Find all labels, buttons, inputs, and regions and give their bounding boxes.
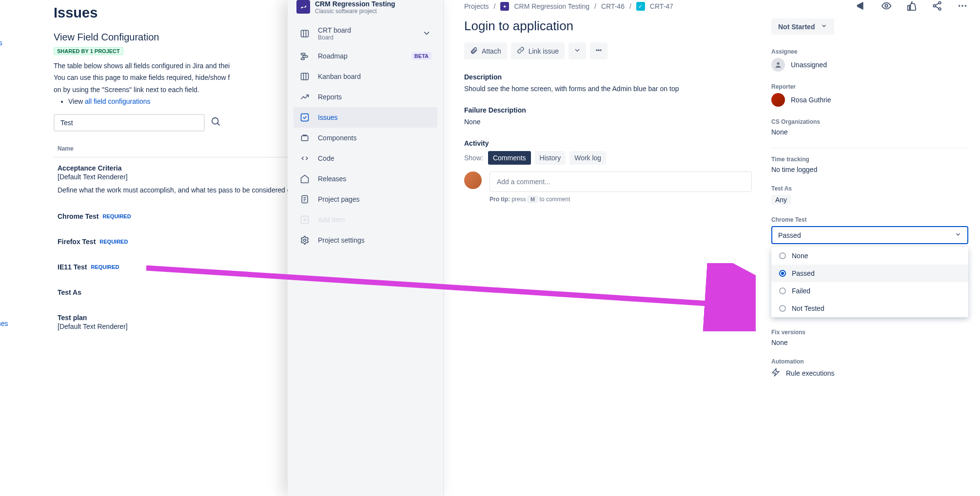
svg-line-26 [935, 6, 939, 9]
assignee-value[interactable]: Unassigned [771, 58, 968, 72]
protip: Pro tip: press M to comment [490, 196, 752, 203]
reporter-avatar [771, 93, 785, 107]
sidebar-item-project-settings[interactable]: Project settings [294, 230, 437, 250]
sidebar-item-label: Roadmap [318, 52, 348, 60]
comment-input[interactable]: Add a comment... [490, 172, 752, 192]
sidebar-item-add-item[interactable]: Add item [294, 210, 437, 230]
sidebar-item-issues[interactable]: Issues [294, 107, 437, 128]
dropdown-option-failed[interactable]: Failed [771, 282, 968, 300]
field-name: Test As [58, 288, 81, 296]
radio-icon [779, 305, 786, 312]
project-sidebar: CRM Regression Testing Classic software … [288, 0, 444, 496]
dropdown-option-not-tested[interactable]: Not Tested [771, 300, 968, 317]
project-header[interactable]: CRM Regression Testing Classic software … [294, 0, 437, 21]
chevron-down-icon [821, 22, 827, 31]
failure-label: Failure Description [464, 106, 752, 114]
link-issue-button[interactable]: Link issue [511, 42, 565, 59]
feedback-icon[interactable] [855, 0, 867, 12]
project-avatar [296, 0, 310, 14]
sidebar-item-crt-board[interactable]: CRT boardBoard [294, 21, 437, 46]
sidebar-item-code[interactable]: Code [294, 148, 437, 169]
chevron-down-icon [573, 46, 581, 56]
more-issue-actions[interactable] [590, 42, 608, 59]
sidebar-item-label: Reports [318, 93, 342, 101]
search-icon[interactable] [211, 116, 221, 129]
sidebar-item-reports[interactable]: Reports [294, 87, 437, 107]
svg-rect-8 [301, 73, 309, 79]
roadmap-icon [299, 51, 310, 61]
user-avatar [464, 172, 482, 189]
time-tracking-value[interactable]: No time logged [771, 166, 968, 173]
dropdown-option-passed[interactable]: Passed [771, 265, 968, 282]
svg-point-30 [596, 50, 597, 51]
svg-point-20 [304, 239, 306, 242]
svg-point-27 [959, 5, 960, 7]
time-tracking-label: Time tracking [771, 156, 968, 163]
svg-rect-12 [301, 136, 308, 141]
fix-versions-label: Fix versions [771, 329, 968, 336]
required-badge: REQUIRED [103, 213, 131, 219]
sidebar-item-label: CRT board [318, 26, 351, 34]
sidebar-item-components[interactable]: Components [294, 128, 437, 148]
breadcrumb-parent[interactable]: CRT-46 [601, 2, 625, 10]
chrome-test-label: Chrome Test [771, 216, 968, 223]
status-button[interactable]: Not Started [771, 19, 834, 35]
field-name: IE11 Test [58, 263, 87, 271]
svg-point-0 [212, 118, 218, 124]
breadcrumb-projects[interactable]: Projects [464, 2, 489, 10]
field-search-input[interactable] [54, 114, 205, 132]
testas-label: Test As [771, 185, 968, 192]
shared-badge: SHARED BY 1 PROJECT [54, 47, 123, 55]
issue-main: Login to application Attach Link issue [464, 19, 752, 390]
releases-icon [299, 173, 310, 184]
svg-rect-11 [301, 114, 309, 121]
field-name: Chrome Test [58, 212, 99, 220]
svg-point-32 [600, 50, 601, 51]
link-issue-dropdown[interactable] [568, 42, 586, 59]
sidebar-item-kanban-board[interactable]: Kanban board [294, 66, 437, 87]
testas-value[interactable]: Any [771, 195, 791, 205]
sidebar-item-project-pages[interactable]: Project pages [294, 189, 437, 210]
share-icon[interactable] [931, 0, 943, 12]
fix-versions-value[interactable]: None [771, 339, 968, 346]
tab-worklog[interactable]: Work log [569, 151, 606, 165]
issue-title[interactable]: Login to application [464, 19, 752, 34]
failure-text[interactable]: None [464, 118, 752, 126]
sidebar-item-label: Kanban board [318, 73, 361, 80]
attach-icon [470, 46, 478, 56]
automation-label: Automation [771, 358, 968, 365]
automation-value[interactable]: Rule executions [771, 368, 968, 378]
vote-icon[interactable] [906, 0, 918, 12]
svg-rect-6 [303, 56, 308, 57]
sidebar-item-label: Add item [318, 216, 345, 224]
beta-badge: BETA [412, 52, 431, 60]
kanban-icon [299, 71, 310, 82]
dropdown-option-none[interactable]: None [771, 247, 968, 265]
attach-button[interactable]: Attach [464, 42, 507, 59]
cs-org-value[interactable]: None [771, 128, 968, 136]
settings-icon [299, 235, 310, 246]
tab-history[interactable]: History [535, 151, 566, 165]
breadcrumb-key[interactable]: CRT-47 [650, 2, 673, 10]
description-text[interactable]: Should see the home screen, with forms a… [464, 85, 752, 93]
assignee-label: Assignee [771, 48, 968, 55]
radio-icon [779, 252, 786, 259]
sidebar-item-releases[interactable]: Releases [294, 169, 437, 189]
issue-view: Projects / ✦ CRM Regression Testing / CR… [458, 0, 980, 390]
sidebar-item-label: Components [318, 134, 356, 142]
sidebar-item-label: Project settings [318, 236, 365, 244]
breadcrumb-project[interactable]: CRM Regression Testing [514, 2, 589, 10]
chrome-test-dropdown: NonePassedFailedNot Tested [771, 247, 968, 317]
reporter-value[interactable]: Rosa Guthrie [771, 93, 968, 107]
activity-label: Activity [464, 139, 752, 147]
watch-icon[interactable] [881, 0, 892, 12]
tab-comments[interactable]: Comments [488, 151, 531, 165]
sidebar-item-roadmap[interactable]: RoadmapBETA [294, 46, 437, 66]
chrome-test-select[interactable]: Passed [771, 226, 968, 244]
required-badge: REQUIRED [99, 239, 128, 245]
svg-rect-5 [301, 53, 305, 55]
view-all-configs-link[interactable]: all field configurations [85, 97, 151, 105]
radio-icon [779, 270, 786, 277]
issues-icon [299, 112, 310, 123]
more-actions-icon[interactable] [957, 0, 968, 12]
